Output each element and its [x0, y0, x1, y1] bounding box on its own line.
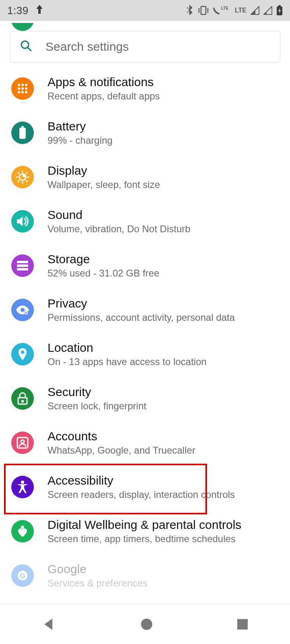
vibrate-icon [198, 6, 209, 15]
svg-point-43 [141, 619, 152, 630]
display-icon [11, 166, 34, 188]
settings-item-title: Sound [48, 208, 191, 222]
settings-item-title: Accessibility [48, 474, 235, 487]
settings-item-storage[interactable]: Storage 52% used - 31.02 GB free [0, 244, 290, 288]
bluetooth-icon [186, 4, 194, 17]
apps-icon [11, 77, 34, 100]
settings-item-sub: On - 13 apps have access to location [48, 356, 207, 367]
svg-rect-36 [21, 400, 24, 402]
battery-charging-icon [276, 5, 283, 16]
svg-point-13 [25, 87, 27, 90]
svg-rect-30 [17, 268, 28, 270]
settings-item-display[interactable]: Display Wallpaper, sleep, font size [0, 155, 290, 199]
settings-item-title: Security [48, 385, 146, 399]
svg-rect-0 [201, 6, 206, 14]
settings-item-sub: Recent apps, default apps [48, 91, 160, 102]
settings-item-sub: Screen lock, fingerprint [48, 400, 146, 412]
svg-point-9 [21, 84, 24, 86]
settings-item-sub: 99% - charging [48, 135, 112, 146]
svg-rect-29 [17, 264, 28, 267]
settings-item-accessibility[interactable]: Accessibility Screen readers, display, i… [0, 465, 290, 509]
navigation-bar [0, 604, 290, 644]
settings-item-sub: Services & preferences [48, 578, 147, 589]
svg-point-34 [21, 351, 24, 354]
status-clock: 1:39 [7, 4, 29, 17]
settings-item-sub: Screen time, app timers, bedtime schedul… [48, 533, 241, 545]
svg-point-15 [21, 91, 24, 93]
svg-text:LTE: LTE [221, 6, 228, 10]
svg-rect-28 [17, 261, 28, 263]
wifi-calling-icon: LTE [213, 6, 231, 15]
svg-point-40 [21, 526, 24, 529]
accessibility-icon [11, 476, 34, 498]
svg-line-26 [18, 181, 19, 182]
location-icon [11, 343, 34, 365]
settings-item-location[interactable]: Location On - 13 apps have access to loc… [0, 332, 290, 376]
settings-item-title: Accounts [48, 429, 195, 443]
settings-item-sub: 52% used - 31.02 GB free [48, 268, 160, 279]
svg-rect-33 [25, 312, 27, 314]
settings-item-battery[interactable]: Battery 99% - charging [0, 111, 290, 155]
svg-point-14 [18, 91, 20, 93]
search-placeholder: Search settings [46, 40, 129, 54]
status-bar: 1:39 LTE LTE [0, 0, 290, 21]
battery-icon [11, 122, 34, 144]
settings-item-apps[interactable]: Apps & notifications Recent apps, defaul… [0, 66, 290, 111]
svg-text:G: G [20, 572, 25, 580]
settings-item-sub: Wallpaper, sleep, font size [48, 179, 160, 190]
svg-line-27 [26, 173, 27, 173]
svg-point-39 [21, 481, 24, 484]
settings-item-google[interactable]: G Google Services & preferences [0, 553, 290, 598]
svg-rect-44 [237, 619, 248, 630]
settings-item-title: Google [48, 562, 147, 576]
signal-icon-2 [263, 6, 272, 15]
settings-item-title: Storage [48, 252, 160, 266]
settings-item-title: Battery [48, 120, 112, 133]
signal-icon-1 [251, 6, 259, 15]
settings-item-privacy[interactable]: Privacy Permissions, account activity, p… [0, 288, 290, 332]
svg-point-11 [18, 87, 20, 90]
svg-rect-18 [21, 126, 24, 128]
svg-line-24 [18, 173, 19, 173]
settings-item-title: Apps & notifications [48, 75, 160, 89]
settings-item-sub: Screen readers, display, interaction con… [48, 489, 235, 500]
google-icon: G [11, 564, 34, 587]
settings-item-title: Digital Wellbeing & parental controls [48, 518, 241, 532]
storage-icon [11, 254, 34, 277]
svg-line-7 [28, 47, 31, 51]
settings-item-title: Location [48, 341, 207, 355]
settings-item-sub: Permissions, account activity, personal … [48, 312, 235, 323]
privacy-icon [11, 299, 34, 321]
svg-point-38 [21, 440, 24, 443]
wellbeing-icon [11, 520, 34, 543]
security-icon [11, 387, 34, 410]
settings-item-sub: WhatsApp, Google, and Truecaller [48, 445, 195, 456]
settings-item-wellbeing[interactable]: Digital Wellbeing & parental controls Sc… [0, 509, 290, 553]
svg-point-16 [25, 91, 27, 93]
sound-icon [11, 210, 34, 233]
upload-icon [35, 4, 44, 17]
settings-item-title: Display [48, 164, 160, 178]
svg-line-25 [26, 181, 27, 182]
settings-item-sub: Volume, vibration, Do Not Disturb [48, 223, 191, 235]
accounts-icon [11, 431, 34, 454]
svg-point-8 [18, 84, 20, 86]
svg-point-10 [25, 84, 27, 86]
settings-list-peek [0, 23, 290, 31]
svg-rect-17 [19, 128, 26, 139]
settings-item-sound[interactable]: Sound Volume, vibration, Do Not Disturb [0, 199, 290, 244]
nav-back-button[interactable] [41, 616, 57, 632]
settings-list[interactable]: Search settings Apps & notifications Rec… [0, 21, 290, 601]
nav-recent-button[interactable] [236, 618, 249, 631]
svg-rect-5 [278, 5, 281, 6]
svg-point-12 [21, 87, 24, 90]
settings-item-security[interactable]: Security Screen lock, fingerprint [0, 376, 290, 421]
settings-item-title: Privacy [48, 297, 235, 310]
search-settings[interactable]: Search settings [10, 31, 280, 62]
svg-point-31 [21, 308, 25, 312]
settings-item-accounts[interactable]: Accounts WhatsApp, Google, and Truecalle… [0, 421, 290, 465]
lte-label: LTE [235, 7, 246, 14]
search-icon [20, 39, 33, 54]
nav-home-button[interactable] [140, 617, 153, 631]
